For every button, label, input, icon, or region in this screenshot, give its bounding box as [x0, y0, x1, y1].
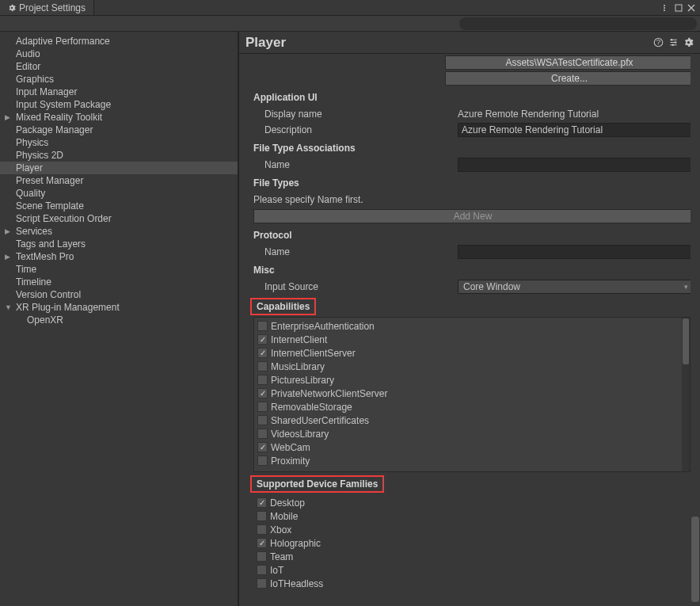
device-family-label: Team	[270, 551, 293, 562]
device-family-checkbox-iot[interactable]	[257, 565, 267, 575]
sidebar-item-input-manager[interactable]: Input Manager	[0, 86, 238, 98]
capability-checkbox-pictureslibrary[interactable]	[257, 375, 268, 385]
section-file-types: File Types	[242, 173, 694, 192]
sidebar-item-label: Input System Package	[16, 99, 111, 110]
capability-label: Proximity	[271, 455, 310, 467]
sidebar-item-textmesh-pro[interactable]: ▶TextMesh Pro	[0, 250, 238, 263]
device-family-row: Team	[253, 550, 690, 563]
device-family-checkbox-xbox[interactable]	[257, 524, 267, 535]
sidebar-item-mixed-reality-toolkit[interactable]: ▶Mixed Reality Toolkit	[0, 111, 238, 124]
gear-icon[interactable]	[683, 37, 694, 48]
sidebar-item-label: Input Manager	[16, 86, 77, 97]
gear-icon	[8, 4, 16, 12]
capability-row: SharedUserCertificates	[254, 414, 690, 427]
capability-checkbox-sharedusercertificates[interactable]	[257, 415, 268, 425]
sidebar-item-label: Player	[16, 162, 43, 173]
capability-row: EnterpriseAuthentication	[254, 319, 690, 333]
help-icon[interactable]: ?	[653, 37, 664, 48]
sidebar-item-label: Script Execution Order	[16, 213, 112, 224]
sidebar-item-quality[interactable]: Quality	[0, 187, 238, 200]
description-input[interactable]	[458, 123, 694, 137]
capability-checkbox-webcam[interactable]	[257, 442, 268, 452]
capability-checkbox-internetclientserver[interactable]	[257, 348, 268, 358]
close-icon[interactable]	[687, 4, 695, 12]
capability-checkbox-privatenetworkclientserver[interactable]	[257, 388, 268, 398]
expand-arrow-icon[interactable]: ▶	[5, 253, 13, 261]
capability-checkbox-removablestorage[interactable]	[257, 402, 268, 412]
capabilities-scrollbar[interactable]	[682, 318, 690, 471]
sidebar-item-services[interactable]: ▶Services	[0, 225, 238, 238]
expand-arrow-icon[interactable]: ▶	[5, 227, 13, 235]
sidebar-item-editor[interactable]: Editor	[0, 60, 238, 73]
page-title: Player	[245, 35, 653, 51]
capability-checkbox-videoslibrary[interactable]	[257, 429, 268, 439]
capability-checkbox-musiclibrary[interactable]	[257, 361, 268, 372]
input-source-dropdown[interactable]: Core Window	[458, 280, 694, 294]
sidebar-item-physics[interactable]: Physics	[0, 136, 238, 149]
capability-checkbox-internetclient[interactable]	[257, 334, 268, 345]
capability-label: RemovableStorage	[271, 402, 352, 413]
capability-row: InternetClient	[254, 333, 690, 346]
sidebar-item-scene-template[interactable]: Scene Template	[0, 200, 238, 212]
sidebar-item-label: Scene Template	[16, 200, 84, 212]
sidebar-item-timeline[interactable]: Timeline	[0, 276, 238, 288]
sidebar-item-physics-2d[interactable]: Physics 2D	[0, 149, 238, 162]
sidebar-item-time[interactable]: Time	[0, 263, 238, 276]
description-label: Description	[264, 124, 455, 135]
maximize-icon[interactable]	[675, 4, 683, 12]
section-application-ui: Application UI	[242, 87, 694, 106]
display-name-label: Display name	[264, 109, 455, 120]
sidebar-item-xr-plug-in-management[interactable]: ▼XR Plug-in Management	[0, 301, 238, 314]
display-name-value: Azure Remote Rendering Tutorial	[455, 109, 694, 120]
add-new-button[interactable]: Add New	[253, 209, 692, 223]
section-misc: Misc	[242, 260, 694, 279]
sidebar-item-label: Tags and Layers	[16, 238, 86, 250]
sidebar-item-version-control[interactable]: Version Control	[0, 288, 238, 301]
capability-row: MusicLibrary	[254, 360, 690, 373]
sidebar-item-input-system-package[interactable]: Input System Package	[0, 98, 238, 111]
cert-path-button[interactable]: Assets\WSATestCertificate.pfx	[445, 55, 694, 70]
device-family-checkbox-mobile[interactable]	[257, 511, 267, 521]
sidebar-item-openxr[interactable]: OpenXR	[0, 314, 238, 326]
sidebar-item-package-manager[interactable]: Package Manager	[0, 124, 238, 136]
device-family-checkbox-desktop[interactable]	[257, 497, 267, 508]
settings-sliders-icon[interactable]	[668, 37, 679, 48]
svg-point-5	[671, 39, 672, 40]
device-family-label: IoT	[270, 565, 283, 576]
sidebar-item-preset-manager[interactable]: Preset Manager	[0, 174, 238, 187]
sidebar-item-tags-and-layers[interactable]: Tags and Layers	[0, 238, 238, 250]
content-scrollbar[interactable]	[690, 54, 700, 606]
sidebar-item-graphics[interactable]: Graphics	[0, 73, 238, 86]
menu-icon[interactable]	[664, 5, 665, 11]
assoc-name-input[interactable]	[458, 158, 694, 172]
sidebar-item-label: Mixed Reality Toolkit	[16, 112, 102, 123]
device-family-label: Holographic	[270, 538, 321, 549]
device-family-checkbox-iotheadless[interactable]	[257, 578, 267, 589]
sidebar-item-script-execution-order[interactable]: Script Execution Order	[0, 212, 238, 225]
sidebar-item-adaptive-performance[interactable]: Adaptive Performance	[0, 35, 238, 48]
sidebar-item-label: Graphics	[16, 74, 54, 85]
settings-sidebar[interactable]: Adaptive PerformanceAudioEditorGraphicsI…	[0, 32, 239, 606]
search-input[interactable]	[459, 17, 697, 30]
expand-arrow-icon[interactable]: ▶	[5, 113, 13, 121]
section-protocol: Protocol	[242, 225, 694, 244]
sidebar-item-label: XR Plug-in Management	[16, 302, 120, 313]
expand-arrow-icon[interactable]: ▼	[5, 303, 13, 311]
device-family-checkbox-holographic[interactable]	[257, 538, 267, 548]
device-family-row: IoT	[253, 563, 690, 577]
sidebar-item-audio[interactable]: Audio	[0, 48, 238, 60]
capability-checkbox-proximity[interactable]	[257, 455, 268, 466]
capability-checkbox-enterpriseauthentication[interactable]	[257, 321, 268, 331]
sidebar-item-label: Package Manager	[16, 124, 93, 135]
input-source-label: Input Source	[264, 281, 455, 292]
proto-name-input[interactable]	[458, 245, 694, 259]
device-family-row: IoTHeadless	[253, 577, 690, 590]
sidebar-item-label: Version Control	[16, 289, 81, 300]
section-file-assoc: File Type Associations	[242, 138, 694, 157]
sidebar-item-player[interactable]: Player	[0, 162, 238, 174]
window-tab[interactable]: Project Settings	[0, 0, 94, 15]
device-family-checkbox-team[interactable]	[257, 551, 267, 562]
create-button[interactable]: Create...	[445, 71, 694, 86]
capability-label: MusicLibrary	[271, 361, 325, 372]
device-family-row: Desktop	[253, 496, 690, 509]
